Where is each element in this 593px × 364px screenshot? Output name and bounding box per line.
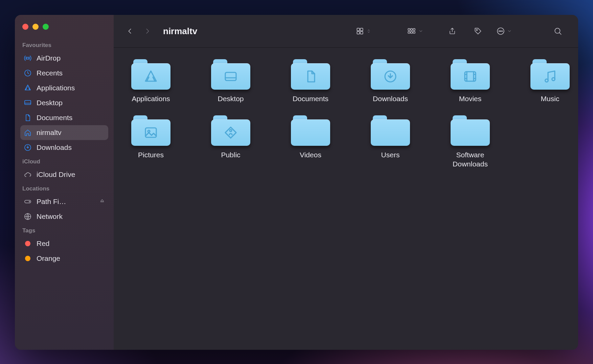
sidebar-item-desktop[interactable]: Desktop xyxy=(20,95,108,110)
svg-point-5 xyxy=(29,201,30,202)
sidebar-item-network[interactable]: Network xyxy=(20,209,108,224)
disk-icon xyxy=(24,198,32,206)
sidebar-item-label: iCloud Drive xyxy=(37,170,75,179)
folder-item[interactable]: Movies xyxy=(447,59,493,103)
svg-rect-10 xyxy=(360,31,363,34)
folder-label: Applications xyxy=(132,94,170,103)
clock-icon xyxy=(24,69,32,77)
sidebar-item-label: Network xyxy=(37,212,63,221)
sidebar-item-label: Applications xyxy=(37,84,75,92)
folder-label: Music xyxy=(541,94,560,103)
folder-icon xyxy=(530,59,570,90)
sidebar-item-label: Downloads xyxy=(37,143,72,152)
folder-icon xyxy=(131,59,170,90)
folder-icon xyxy=(131,115,170,146)
folder-item[interactable]: Applications xyxy=(128,59,174,103)
folder-item[interactable]: Documents xyxy=(288,59,334,103)
home-icon xyxy=(24,129,32,137)
svg-point-27 xyxy=(552,78,555,81)
close-button[interactable] xyxy=(22,24,28,30)
sidebar-item-home[interactable]: nirmaltv xyxy=(20,125,108,140)
file-grid[interactable]: Applications Desktop Documents Downloads xyxy=(114,48,578,350)
folder-item[interactable]: Public xyxy=(208,115,254,168)
folder-icon xyxy=(291,115,330,146)
svg-point-21 xyxy=(502,31,502,31)
sidebar: Favourites AirDrop Recents Applications … xyxy=(15,15,114,350)
svg-rect-15 xyxy=(411,31,412,33)
fullscreen-button[interactable] xyxy=(43,24,49,30)
tags-button[interactable] xyxy=(467,24,489,38)
sidebar-item-label: Red xyxy=(37,240,50,248)
tag-dot-icon xyxy=(24,240,32,248)
folder-label: Documents xyxy=(293,94,328,103)
folder-label: Software Downloads xyxy=(447,151,493,168)
back-button[interactable] xyxy=(123,24,137,38)
folder-icon xyxy=(371,115,410,146)
svg-rect-28 xyxy=(145,128,156,137)
sidebar-item-label: Documents xyxy=(37,114,72,122)
svg-rect-23 xyxy=(225,72,236,81)
sidebar-section-title: Favourites xyxy=(20,39,108,51)
folder-icon xyxy=(451,115,490,146)
folder-icon xyxy=(371,59,410,90)
svg-point-19 xyxy=(499,31,500,31)
airdrop-icon xyxy=(24,54,32,62)
minimize-button[interactable] xyxy=(32,24,39,30)
sidebar-item-external-disk[interactable]: Path Fi… xyxy=(20,194,108,209)
folder-item[interactable]: Downloads xyxy=(367,59,413,103)
sidebar-item-label: Orange xyxy=(37,254,60,263)
sidebar-item-label: AirDrop xyxy=(37,54,61,62)
content-area: nirmaltv xyxy=(114,15,578,350)
sidebar-item-icloud-drive[interactable]: iCloud Drive xyxy=(20,167,108,182)
folder-item[interactable]: Pictures xyxy=(128,115,174,168)
download-icon xyxy=(24,143,32,152)
svg-rect-11 xyxy=(408,28,410,30)
share-button[interactable] xyxy=(441,24,463,38)
cloud-icon xyxy=(24,170,32,179)
folder-item[interactable]: Videos xyxy=(288,115,334,168)
sidebar-item-downloads[interactable]: Downloads xyxy=(20,140,108,155)
folder-icon xyxy=(291,59,330,90)
folder-label: Movies xyxy=(459,94,482,103)
svg-point-30 xyxy=(230,130,232,132)
search-button[interactable] xyxy=(547,24,569,38)
folder-item[interactable]: Desktop xyxy=(208,59,254,103)
svg-rect-13 xyxy=(413,28,415,30)
sidebar-item-tag-red[interactable]: Red xyxy=(20,236,108,251)
applications-icon xyxy=(24,84,32,92)
network-icon xyxy=(24,212,32,221)
document-icon xyxy=(24,114,32,122)
sidebar-item-tag-orange[interactable]: Orange xyxy=(20,251,108,266)
folder-label: Downloads xyxy=(373,94,408,103)
svg-point-26 xyxy=(545,79,548,82)
traffic-lights xyxy=(20,23,108,39)
finder-window: Favourites AirDrop Recents Applications … xyxy=(15,15,578,350)
more-actions-button[interactable] xyxy=(493,24,515,38)
view-mode-button[interactable] xyxy=(352,24,374,38)
eject-icon[interactable] xyxy=(99,198,105,206)
group-by-button[interactable] xyxy=(403,24,427,38)
sidebar-section-title: Locations xyxy=(20,182,108,194)
folder-label: Users xyxy=(381,151,400,159)
forward-button[interactable] xyxy=(141,24,154,38)
tag-dot-icon xyxy=(24,254,32,263)
folder-label: Desktop xyxy=(218,94,244,103)
sidebar-item-documents[interactable]: Documents xyxy=(20,110,108,125)
svg-rect-16 xyxy=(413,31,415,33)
folder-item[interactable]: Software Downloads xyxy=(447,115,493,168)
folder-label: Videos xyxy=(300,151,321,159)
sidebar-section-title: iCloud xyxy=(20,155,108,167)
sidebar-item-recents[interactable]: Recents xyxy=(20,66,108,81)
desktop-icon xyxy=(24,99,32,107)
sidebar-item-label: nirmaltv xyxy=(37,129,62,137)
folder-icon xyxy=(211,115,250,146)
svg-rect-7 xyxy=(357,28,360,31)
svg-rect-12 xyxy=(411,28,412,30)
sidebar-item-label: Path Fi… xyxy=(37,198,66,206)
sidebar-item-label: Desktop xyxy=(37,99,63,107)
folder-item[interactable]: Users xyxy=(367,115,413,168)
svg-rect-2 xyxy=(25,100,31,105)
sidebar-item-airdrop[interactable]: AirDrop xyxy=(20,51,108,66)
folder-item[interactable]: Music xyxy=(527,59,573,103)
sidebar-item-applications[interactable]: Applications xyxy=(20,81,108,95)
